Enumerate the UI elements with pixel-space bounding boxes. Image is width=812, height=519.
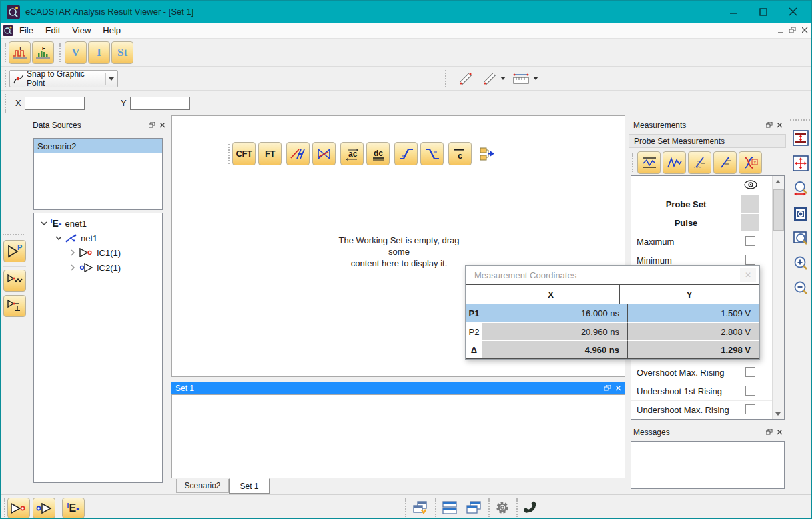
scrollbar-thumb[interactable]	[773, 189, 784, 231]
voltage-button[interactable]: V	[65, 41, 87, 64]
tree-item-net1[interactable]: net1	[34, 231, 162, 245]
float-panel-icon[interactable]	[766, 429, 773, 436]
toolbar-handle[interactable]	[5, 94, 6, 113]
dialog-close-button[interactable]: ✕	[740, 268, 756, 282]
enet-filter-button[interactable]: lE-	[62, 498, 85, 518]
y-coordinate-input[interactable]	[130, 97, 190, 110]
toolbar-handle[interactable]	[632, 153, 633, 172]
measure-checkbox[interactable]	[745, 236, 755, 246]
set1-dock-header[interactable]: Set 1	[171, 382, 625, 394]
current-button[interactable]: I	[88, 41, 110, 64]
toolbar-handle[interactable]	[5, 43, 6, 62]
table-row-p2[interactable]: P2 20.960 ns 2.808 V	[466, 322, 759, 340]
mdi-minimize-button[interactable]	[775, 25, 786, 36]
scroll-up-button[interactable]	[773, 176, 783, 187]
close-panel-icon[interactable]	[160, 123, 165, 128]
new-window-button[interactable]	[411, 498, 430, 517]
c-bar-button[interactable]: c	[448, 142, 472, 165]
close-panel-icon[interactable]	[777, 430, 783, 435]
ac-button[interactable]: ac	[340, 142, 364, 165]
snap-mode-dropdown[interactable]: Snap to Graphic Point	[9, 70, 118, 87]
probe-termination-button[interactable]	[3, 295, 26, 317]
tree-item-ic1[interactable]: IC1(1)	[34, 245, 162, 260]
fit-all-button[interactable]	[791, 154, 809, 172]
rising-edge-button[interactable]	[394, 142, 418, 165]
chevron-down-icon[interactable]	[533, 77, 538, 80]
waveform-measure-button[interactable]	[663, 151, 686, 174]
tab-scenario2[interactable]: Scenario2	[176, 479, 229, 493]
probe-resistor-button[interactable]	[3, 270, 26, 292]
driver-filter-button[interactable]	[7, 498, 30, 518]
measure-checkbox[interactable]	[745, 404, 755, 414]
fall-time-button[interactable]	[688, 151, 711, 174]
zoom-out-button[interactable]	[791, 279, 809, 297]
settings-button[interactable]	[493, 498, 512, 517]
toolbar-handle[interactable]	[5, 70, 6, 87]
float-panel-icon[interactable]	[604, 385, 611, 392]
scroll-down-button[interactable]	[773, 408, 783, 419]
visibility-eye-icon[interactable]	[744, 180, 757, 189]
close-panel-icon[interactable]	[616, 386, 621, 391]
table-row-p1[interactable]: P1 16.000 ns 1.509 V	[466, 304, 759, 322]
x-coordinate-input[interactable]	[25, 97, 85, 110]
rise-time-button[interactable]	[713, 151, 737, 174]
set1-content-area[interactable]	[171, 394, 625, 478]
close-button[interactable]	[778, 1, 807, 23]
dialog-title-bar[interactable]: Measurement Coordinates ✕	[466, 266, 759, 284]
probe-point-button[interactable]: P	[3, 240, 26, 262]
menu-view[interactable]: View	[66, 23, 97, 38]
scenario-list[interactable]: Scenario2	[33, 138, 163, 210]
toolbar-handle[interactable]	[4, 498, 5, 517]
tile-windows-button[interactable]	[440, 498, 459, 517]
tree-item-ic2[interactable]: IC2(1)	[34, 260, 162, 275]
toolbar-handle[interactable]	[790, 119, 810, 121]
transfer-function-button[interactable]	[286, 142, 310, 165]
zoom-window-button[interactable]	[791, 229, 809, 247]
chevron-collapsed-icon[interactable]	[70, 249, 75, 256]
chevron-collapsed-icon[interactable]	[70, 264, 75, 271]
measure-distance-button[interactable]	[456, 69, 475, 88]
measure-checkbox[interactable]	[745, 367, 755, 377]
st-button[interactable]: St	[111, 41, 133, 64]
frequency-domain-button[interactable]: F	[32, 41, 54, 64]
mdi-close-button[interactable]	[799, 25, 810, 36]
measurement-list-scrollbar[interactable]	[772, 176, 784, 419]
dc-button[interactable]: dc	[366, 142, 390, 165]
fit-vertical-button[interactable]	[791, 129, 809, 147]
float-panel-icon[interactable]	[766, 122, 773, 129]
maximize-button[interactable]	[749, 1, 778, 23]
crossing-measure-button[interactable]: Y	[739, 151, 762, 174]
menu-help[interactable]: Help	[97, 23, 127, 38]
receiver-filter-button[interactable]	[33, 498, 55, 518]
measure-mode-button[interactable]	[480, 69, 499, 88]
zoom-x-button[interactable]	[791, 179, 809, 197]
chevron-expanded-icon[interactable]	[41, 221, 47, 226]
messages-content[interactable]	[631, 441, 785, 489]
tree-item-enet1[interactable]: lE- enet1	[34, 216, 162, 231]
measure-checkbox[interactable]	[745, 386, 755, 396]
menu-file[interactable]: File	[13, 23, 39, 38]
tab-set1[interactable]: Set 1	[229, 478, 270, 494]
cft-button[interactable]: CFT	[232, 142, 256, 165]
time-domain-button[interactable]: T	[9, 41, 31, 64]
minmax-measure-button[interactable]	[637, 151, 661, 174]
toolbar-handle[interactable]	[3, 234, 24, 235]
net-tree[interactable]: lE- enet1 net1 IC1(1) IC2(1)	[33, 213, 163, 483]
export-set-button[interactable]	[476, 143, 498, 165]
toolbar-handle[interactable]	[228, 144, 230, 164]
falling-edge-button[interactable]	[420, 142, 444, 165]
mdi-restore-button[interactable]	[787, 25, 798, 36]
close-panel-icon[interactable]	[777, 123, 783, 128]
float-panel-icon[interactable]	[149, 122, 155, 129]
ft-button[interactable]: FT	[258, 142, 282, 165]
measure-checkbox[interactable]	[745, 255, 755, 265]
minimize-button[interactable]	[719, 1, 749, 23]
chevron-expanded-icon[interactable]	[55, 235, 62, 241]
chevron-down-icon[interactable]	[500, 77, 506, 80]
ruler-button[interactable]	[512, 69, 530, 88]
table-row-delta[interactable]: Δ 4.960 ns 1.298 V	[466, 340, 759, 358]
menu-edit[interactable]: Edit	[39, 23, 66, 38]
cascade-windows-button[interactable]	[464, 498, 483, 517]
support-call-button[interactable]	[521, 498, 540, 517]
zoom-in-button[interactable]	[791, 254, 809, 272]
